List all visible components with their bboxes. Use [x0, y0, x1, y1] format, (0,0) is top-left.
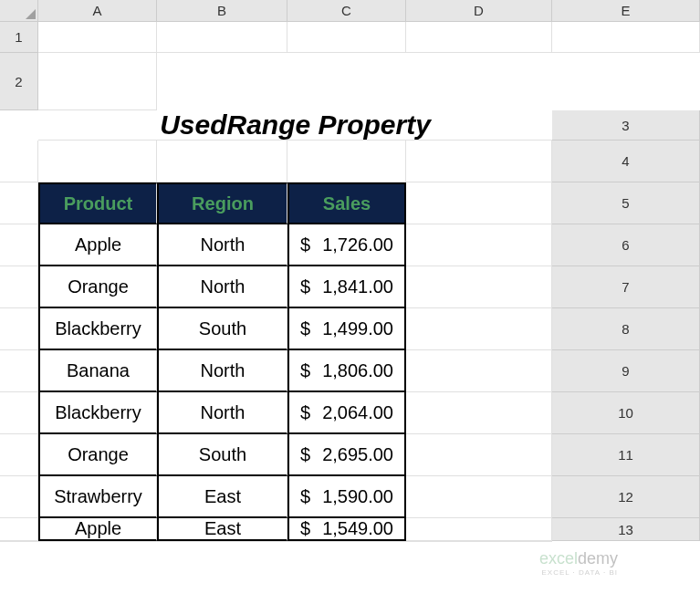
cell-a2[interactable] — [38, 53, 157, 110]
row-header-2[interactable]: 2 — [0, 53, 38, 110]
cell-a1[interactable] — [38, 22, 157, 53]
cell-product-0[interactable]: Apple — [38, 224, 157, 266]
select-all-triangle-icon — [26, 9, 36, 19]
cell-e8[interactable] — [406, 350, 552, 392]
select-all-corner[interactable] — [0, 0, 38, 22]
cell-e10[interactable] — [406, 434, 552, 476]
page-title: UsedRange Property — [160, 109, 431, 141]
row-header-1[interactable]: 1 — [0, 22, 38, 53]
cell-a12[interactable] — [0, 518, 38, 541]
cell-e9[interactable] — [406, 392, 552, 434]
cell-b13[interactable] — [38, 541, 157, 542]
cell-a8[interactable] — [0, 350, 38, 392]
row-header-7[interactable]: 7 — [552, 266, 700, 308]
table-header-region[interactable]: Region — [157, 182, 287, 224]
cell-product-5[interactable]: Orange — [38, 434, 157, 476]
currency-symbol: $ — [300, 318, 310, 339]
cell-d1[interactable] — [406, 22, 552, 53]
col-header-b[interactable]: B — [157, 0, 287, 22]
row-header-10[interactable]: 10 — [552, 392, 700, 434]
cell-sales-6[interactable]: $ 1,590.00 — [287, 476, 406, 518]
row-header-6[interactable]: 6 — [552, 224, 700, 266]
col-header-c[interactable]: C — [287, 0, 406, 22]
cell-region-5[interactable]: South — [157, 434, 287, 476]
col-header-e[interactable]: E — [552, 0, 700, 22]
row-header-3[interactable]: 3 — [552, 110, 700, 141]
cell-c1[interactable] — [287, 22, 406, 53]
currency-symbol: $ — [300, 276, 310, 297]
cell-product-2[interactable]: Blackberry — [38, 308, 157, 350]
cell-sales-1[interactable]: $ 1,841.00 — [287, 266, 406, 308]
currency-symbol: $ — [300, 360, 310, 381]
cell-a7[interactable] — [0, 308, 38, 350]
row-header-9[interactable]: 9 — [552, 350, 700, 392]
cell-d13[interactable] — [287, 541, 406, 542]
cell-e5[interactable] — [406, 224, 552, 266]
row-header-11[interactable]: 11 — [552, 434, 700, 476]
cell-a9[interactable] — [0, 392, 38, 434]
cell-e1[interactable] — [552, 22, 700, 53]
sales-value: 1,590.00 — [322, 486, 393, 507]
cell-a13[interactable] — [0, 541, 38, 542]
watermark-tagline: EXCEL · DATA · BI — [539, 568, 618, 577]
row-header-4[interactable]: 4 — [552, 141, 700, 182]
row-header-8[interactable]: 8 — [552, 308, 700, 350]
cell-region-6[interactable]: East — [157, 476, 287, 518]
sales-value: 1,841.00 — [322, 276, 393, 297]
watermark: exceldemy EXCEL · DATA · BI — [539, 549, 618, 577]
cell-region-4[interactable]: North — [157, 392, 287, 434]
table-header-sales[interactable]: Sales — [287, 182, 406, 224]
currency-symbol: $ — [300, 444, 310, 465]
cell-sales-3[interactable]: $ 1,806.00 — [287, 350, 406, 392]
cell-e4[interactable] — [406, 182, 552, 224]
cell-c3[interactable] — [157, 141, 287, 182]
cell-region-0[interactable]: North — [157, 224, 287, 266]
cell-product-6[interactable]: Strawberry — [38, 476, 157, 518]
sales-value: 1,726.00 — [322, 234, 393, 255]
col-header-d[interactable]: D — [406, 0, 552, 22]
sales-value: 1,806.00 — [322, 360, 393, 381]
cell-sales-0[interactable]: $ 1,726.00 — [287, 224, 406, 266]
sales-value: 2,064.00 — [322, 402, 393, 423]
cell-product-1[interactable]: Orange — [38, 266, 157, 308]
cell-a10[interactable] — [0, 434, 38, 476]
currency-symbol: $ — [300, 518, 310, 539]
cell-a6[interactable] — [0, 266, 38, 308]
cell-sales-2[interactable]: $ 1,499.00 — [287, 308, 406, 350]
cell-e13[interactable] — [406, 541, 552, 542]
cell-e6[interactable] — [406, 266, 552, 308]
cell-product-7[interactable]: Apple — [38, 518, 157, 541]
cell-a5[interactable] — [0, 224, 38, 266]
cell-sales-4[interactable]: $ 2,064.00 — [287, 392, 406, 434]
cell-e3[interactable] — [406, 141, 552, 182]
cell-c13[interactable] — [157, 541, 287, 542]
cell-a4[interactable] — [0, 182, 38, 224]
cell-d3[interactable] — [287, 141, 406, 182]
row-header-12[interactable]: 12 — [552, 476, 700, 518]
cell-region-2[interactable]: South — [157, 308, 287, 350]
spreadsheet-grid: A B C D E 1 2 UsedRange Property 3 4 Pro… — [0, 0, 700, 542]
cell-b3[interactable] — [38, 141, 157, 182]
sales-value: 1,549.00 — [322, 518, 393, 539]
cell-sales-5[interactable]: $ 2,695.00 — [287, 434, 406, 476]
sales-value: 2,695.00 — [322, 444, 393, 465]
table-header-product[interactable]: Product — [38, 182, 157, 224]
cell-sales-7[interactable]: $ 1,549.00 — [287, 518, 406, 541]
cell-region-7[interactable]: East — [157, 518, 287, 541]
cell-product-3[interactable]: Banana — [38, 350, 157, 392]
cell-product-4[interactable]: Blackberry — [38, 392, 157, 434]
cell-e11[interactable] — [406, 476, 552, 518]
cell-a11[interactable] — [0, 476, 38, 518]
row-header-13[interactable]: 13 — [552, 518, 700, 541]
title-merged-cell[interactable]: UsedRange Property — [38, 110, 552, 141]
col-header-a[interactable]: A — [38, 0, 157, 22]
cell-e7[interactable] — [406, 308, 552, 350]
cell-b1[interactable] — [157, 22, 287, 53]
cell-a3[interactable] — [0, 141, 38, 182]
watermark-brand-part1: excel — [539, 549, 578, 568]
cell-region-3[interactable]: North — [157, 350, 287, 392]
currency-symbol: $ — [300, 234, 310, 255]
row-header-5[interactable]: 5 — [552, 182, 700, 224]
cell-e12[interactable] — [406, 518, 552, 541]
cell-region-1[interactable]: North — [157, 266, 287, 308]
